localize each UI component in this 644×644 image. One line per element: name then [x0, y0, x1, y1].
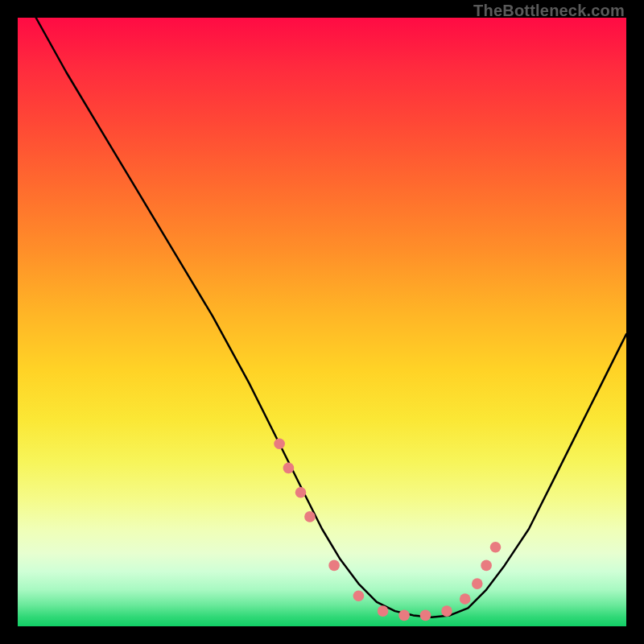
curve-line	[36, 18, 626, 617]
svg-point-12	[481, 560, 492, 572]
svg-point-6	[378, 605, 389, 617]
svg-point-5	[353, 590, 365, 601]
chart-frame	[18, 18, 626, 626]
svg-point-11	[472, 578, 483, 589]
marker-dots	[274, 438, 501, 621]
svg-point-1	[283, 463, 295, 474]
svg-point-2	[295, 487, 307, 498]
watermark-text: TheBottleneck.com	[473, 2, 625, 20]
svg-point-0	[274, 438, 285, 449]
svg-point-7	[398, 610, 410, 621]
chart-svg	[18, 18, 626, 626]
svg-point-10	[460, 593, 471, 605]
svg-point-13	[490, 542, 502, 553]
svg-point-3	[304, 511, 316, 522]
svg-point-4	[328, 560, 340, 572]
svg-point-8	[420, 610, 431, 621]
svg-point-9	[441, 605, 452, 617]
